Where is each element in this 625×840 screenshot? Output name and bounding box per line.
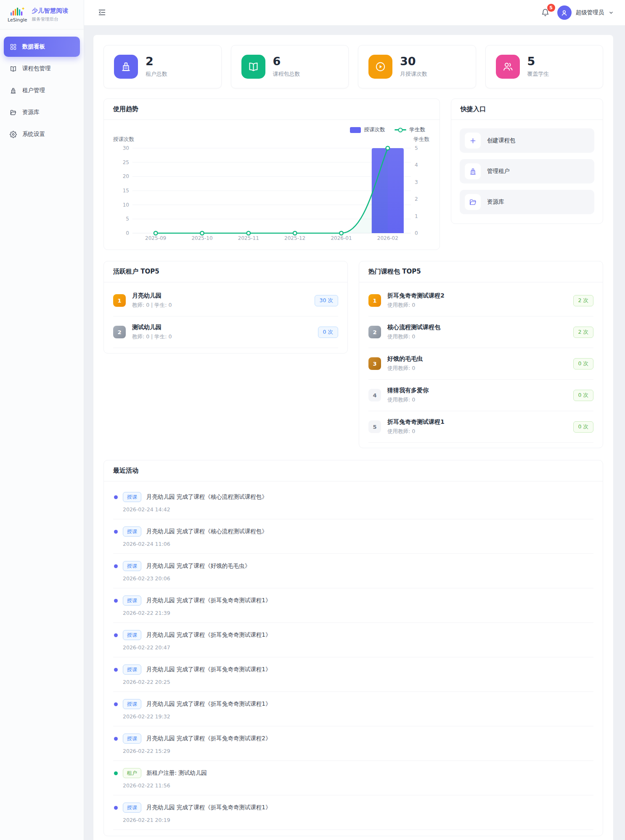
package-count-badge: 0 次 [573,390,593,401]
quick-entry-list: 创建课程包 管理租户 资源库 [451,120,603,223]
active-tenants-card: 活跃租户 TOP5 1 月亮幼儿园 教师: 0 | 学生: 0 30 次 [103,261,348,354]
package-name: 折耳兔奇奇测试课程2 [387,292,445,300]
plus-icon [465,133,481,149]
sidebar-collapse-button[interactable] [98,8,107,17]
stat-card: 6 课程包总数 [231,45,349,88]
package-name: 折耳兔奇奇测试课程1 [387,418,445,426]
svg-text:4: 4 [415,162,418,168]
sidebar-item[interactable]: 租户管理 [4,80,80,101]
stat-label: 租户总数 [146,70,167,78]
usage-trend-title: 使用趋势 [104,99,440,120]
activity-dot [114,530,118,534]
package-row: 3 好饿的毛毛虫 使用教师: 0 0 次 [368,348,593,380]
activity-type-badge: 授课 [123,561,141,571]
activity-item: 授课 月亮幼儿园 完成了课程《折耳兔奇奇测试课程1》 2026-02-22 20… [113,657,593,692]
sidebar-item-label: 系统设置 [22,130,45,138]
quick-entry-item[interactable]: 创建课程包 [460,128,594,153]
legend-label: 学生数 [410,126,426,133]
building-icon [10,87,17,94]
activity-item: 租户 新租户注册: 测试幼儿园 2026-02-22 11:56 [113,761,593,795]
activity-item: 授课 月亮幼儿园 完成了课程《折耳兔奇奇测试课程1》 2026-02-22 20… [113,623,593,657]
topbar: 5 超级管理员 [84,0,625,26]
play-icon [368,55,392,79]
svg-text:15: 15 [123,188,129,194]
rank-badge: 5 [368,420,381,433]
activity-type-badge: 授课 [123,699,141,709]
svg-text:5: 5 [126,216,129,222]
stat-card: 2 租户总数 [103,45,222,88]
legend-swatch [395,129,406,130]
activity-item: 授课 月亮幼儿园 完成了课程《核心流程测试课程包》 2026-02-24 11:… [113,519,593,554]
quick-entry-title: 快捷入口 [451,99,603,120]
package-name: 好饿的毛毛虫 [387,355,423,363]
quick-entry-item[interactable]: 资源库 [460,190,594,214]
rank-badge: 3 [368,357,381,370]
tenant-meta: 教师: 0 | 学生: 0 [132,333,172,340]
svg-text:学生数: 学生数 [414,136,430,142]
activity-time: 2026-02-22 21:39 [123,610,593,616]
activity-type-badge: 授课 [123,734,141,744]
svg-text:2025-12: 2025-12 [284,235,305,241]
rank-badge: 4 [368,389,381,401]
sidebar-item[interactable]: 课程包管理 [4,58,80,79]
activity-type-badge: 租户 [123,768,141,778]
brand-logo-text: LeSingle [8,17,27,23]
rank-badge: 2 [368,326,381,338]
activity-dot [114,702,118,706]
user-name: 超级管理员 [576,9,604,16]
package-name: 猜猜我有多爱你 [387,387,429,394]
sidebar-item-label: 资源库 [22,109,40,116]
activity-item: 授课 月亮幼儿园 完成了课程《核心流程测试课程包》 2026-02-24 14:… [113,485,593,519]
package-meta: 使用教师: 0 [387,365,423,372]
building-icon [114,55,138,79]
activity-text: 月亮幼儿园 完成了课程《核心流程测试课程包》 [146,493,267,501]
hot-packages-card: 热门课程包 TOP5 1 折耳兔奇奇测试课程2 使用教师: 0 2 次 [359,261,603,448]
rank-badge: 2 [113,326,126,338]
activity-dot [114,633,118,637]
chevron-down-icon [608,10,614,16]
activity-time: 2026-02-22 20:25 [123,679,593,685]
activity-text: 月亮幼儿园 完成了课程《折耳兔奇奇测试课程2》 [146,735,271,742]
active-tenants-list: 1 月亮幼儿园 教师: 0 | 学生: 0 30 次 2 [104,282,347,353]
brand: LeSingle 少儿智慧阅读 服务管理后台 [0,0,84,29]
tenant-row: 1 月亮幼儿园 教师: 0 | 学生: 0 30 次 [113,285,338,316]
package-row: 5 折耳兔奇奇测试课程1 使用教师: 0 0 次 [368,411,593,443]
legend-item[interactable]: 学生数 [395,126,426,133]
svg-text:10: 10 [123,202,129,208]
package-count-badge: 2 次 [573,295,593,306]
svg-text:20: 20 [123,173,129,179]
notifications-button[interactable]: 5 [541,8,550,17]
sidebar: LeSingle 少儿智慧阅读 服务管理后台 数据看板 课程包管理 租户管理 [0,0,84,840]
tenant-count-badge: 30 次 [315,295,338,306]
package-row: 4 猜猜我有多爱你 使用教师: 0 0 次 [368,380,593,411]
tenant-count-badge: 0 次 [318,327,338,338]
dashboard-icon [10,43,17,51]
tenant-name: 月亮幼儿园 [132,292,172,300]
brand-title: 少儿智慧阅读 [32,7,69,15]
activity-item: 授课 月亮幼儿园 完成了课程《折耳兔奇奇测试课程1》 2026-02-22 21… [113,588,593,623]
activity-dot [114,806,118,810]
activity-text: 新租户注册: 测试幼儿园 [146,769,207,777]
activity-dot [114,668,118,672]
svg-text:2026-01: 2026-01 [331,235,352,241]
legend-item[interactable]: 授课次数 [350,126,385,133]
svg-text:2: 2 [415,196,418,202]
package-row: 2 核心流程测试课程包 使用教师: 0 2 次 [368,316,593,348]
activity-type-badge: 授课 [123,803,141,813]
activity-time: 2026-02-24 14:42 [123,506,593,513]
sidebar-item[interactable]: 资源库 [4,102,80,122]
sidebar-item[interactable]: 系统设置 [4,124,80,144]
user-menu[interactable]: 超级管理员 [557,5,614,20]
activity-type-badge: 授课 [123,492,141,502]
package-meta: 使用教师: 0 [387,302,445,309]
folder-icon [465,194,481,210]
stat-label: 课程包总数 [273,70,300,78]
book-icon [241,55,265,79]
svg-text:2025-11: 2025-11 [238,235,259,241]
svg-text:0: 0 [126,230,129,236]
quick-entry-item[interactable]: 管理租户 [460,159,594,183]
legend-label: 授课次数 [364,126,385,133]
activity-type-badge: 授课 [123,665,141,675]
content-area: 2 租户总数 6 课程包总数 [84,26,625,840]
sidebar-item[interactable]: 数据看板 [4,37,80,57]
